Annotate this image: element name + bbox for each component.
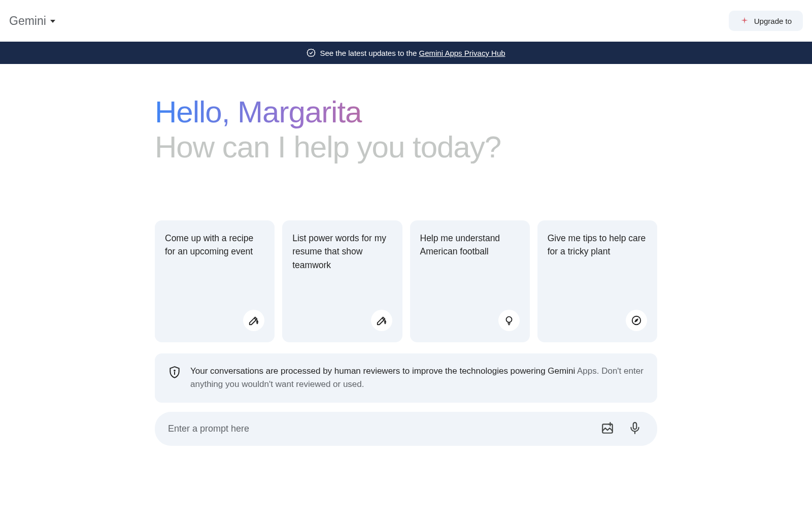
shield-info-icon	[168, 366, 181, 381]
notice-bar: See the latest updates to the Gemini App…	[0, 42, 812, 64]
sparkle-icon	[740, 16, 749, 25]
main-content: Hello, Margarita How can I help you toda…	[150, 64, 662, 446]
prompt-bar	[155, 412, 657, 446]
brand-name: Gemini	[9, 14, 46, 28]
header: Gemini Upgrade to	[0, 0, 812, 42]
svg-rect-5	[633, 422, 637, 429]
suggestion-card[interactable]: Give me tips to help care for a tricky p…	[537, 220, 657, 342]
suggestion-card[interactable]: Come up with a recipe for an upcoming ev…	[155, 220, 275, 342]
suggestion-card[interactable]: List power words for my resume that show…	[282, 220, 402, 342]
chevron-down-icon	[50, 20, 55, 23]
prompt-actions	[598, 419, 644, 439]
suggestion-card[interactable]: Help me understand American football	[410, 220, 530, 342]
upgrade-label: Upgrade to	[754, 17, 792, 25]
suggestions: Come up with a recipe for an upcoming ev…	[155, 220, 657, 342]
bulb-icon	[498, 310, 520, 331]
notice-prefix: See the latest updates to the	[320, 49, 419, 57]
notice-text: See the latest updates to the Gemini App…	[320, 49, 505, 57]
suggestion-text: Give me tips to help care for a tricky p…	[548, 232, 647, 258]
draw-icon	[243, 310, 264, 331]
svg-marker-2	[635, 319, 638, 322]
suggestion-text: List power words for my resume that show…	[292, 232, 392, 272]
brand-selector[interactable]: Gemini	[9, 14, 55, 28]
suggestion-text: Come up with a recipe for an upcoming ev…	[165, 232, 264, 258]
info-text: Your conversations are processed by huma…	[190, 365, 644, 392]
svg-point-3	[174, 370, 175, 371]
microphone-icon	[628, 421, 641, 436]
compass-icon	[626, 310, 647, 331]
info-banner: Your conversations are processed by huma…	[155, 353, 657, 403]
greeting: Hello, Margarita	[155, 94, 657, 129]
verified-icon	[307, 48, 316, 57]
notice-link[interactable]: Gemini Apps Privacy Hub	[419, 49, 505, 57]
prompt-input[interactable]	[168, 424, 598, 434]
add-image-button[interactable]	[598, 419, 617, 439]
upgrade-button[interactable]: Upgrade to	[729, 11, 803, 31]
microphone-button[interactable]	[626, 419, 644, 439]
info-line1: Your conversations are processed by huma…	[190, 366, 575, 376]
svg-point-0	[506, 317, 512, 322]
image-add-icon	[601, 421, 614, 436]
draw-icon	[371, 310, 392, 331]
suggestion-text: Help me understand American football	[420, 232, 520, 258]
subgreeting: How can I help you today?	[155, 129, 657, 165]
